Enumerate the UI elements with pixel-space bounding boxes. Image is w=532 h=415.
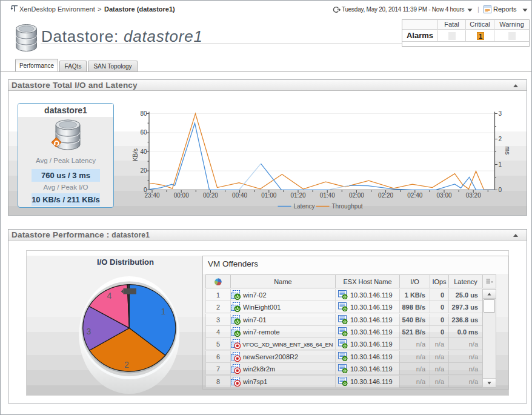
svg-text:00:40: 00:40 xyxy=(232,192,247,199)
svg-text:23:40: 23:40 xyxy=(144,192,159,199)
svg-text:01:20: 01:20 xyxy=(290,192,305,199)
svg-text:00:00: 00:00 xyxy=(174,192,189,199)
svg-text:4: 4 xyxy=(107,291,111,300)
svg-text:1: 1 xyxy=(161,307,166,316)
svg-text:3: 3 xyxy=(87,327,91,336)
svg-text:3: 3 xyxy=(499,110,502,117)
svg-text:60: 60 xyxy=(140,129,147,136)
svg-text:00:20: 00:20 xyxy=(203,192,218,199)
svg-text:Latency: Latency xyxy=(294,203,315,210)
svg-text:ms: ms xyxy=(504,147,511,154)
svg-text:2: 2 xyxy=(499,136,502,142)
svg-text:2: 2 xyxy=(124,360,129,370)
svg-text:01:00: 01:00 xyxy=(261,192,276,199)
svg-text:1: 1 xyxy=(499,161,502,168)
svg-text:02:00: 02:00 xyxy=(349,192,364,199)
svg-text:0: 0 xyxy=(499,187,502,193)
svg-text:03:00: 03:00 xyxy=(436,192,451,199)
svg-text:02:40: 02:40 xyxy=(407,192,422,199)
svg-text:02:20: 02:20 xyxy=(378,192,393,199)
svg-text:20: 20 xyxy=(140,167,147,174)
svg-text:40: 40 xyxy=(140,148,147,155)
svg-text:03:20: 03:20 xyxy=(466,192,481,199)
svg-text:KB/s: KB/s xyxy=(132,148,139,161)
svg-text:01:40: 01:40 xyxy=(320,192,335,199)
svg-text:80: 80 xyxy=(140,110,147,117)
svg-text:Throughput: Throughput xyxy=(332,203,363,210)
